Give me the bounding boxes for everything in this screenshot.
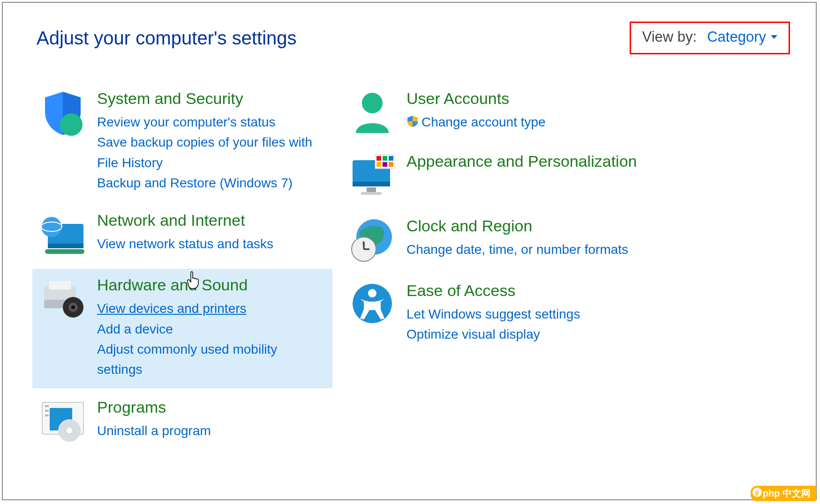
svg-rect-23 — [361, 192, 382, 195]
uac-shield-icon — [406, 113, 419, 133]
svg-point-19 — [362, 93, 383, 113]
category-body: Clock and Region Change date, time, or n… — [398, 216, 790, 263]
link-devices-printers[interactable]: View devices and printers — [97, 298, 325, 319]
svg-rect-22 — [367, 187, 376, 192]
link-suggest-settings[interactable]: Let Windows suggest settings — [406, 304, 790, 324]
right-column: User Accounts Change account type — [332, 82, 797, 454]
watermark-logo-icon: p — [752, 488, 762, 497]
link-network-status[interactable]: View network status and tasks — [97, 234, 325, 254]
category-title[interactable]: Network and Internet — [97, 211, 325, 230]
link-change-account-type[interactable]: Change account type — [406, 112, 790, 133]
link-file-history[interactable]: Save backup copies of your files with Fi… — [97, 132, 325, 173]
category-network-internet[interactable]: Network and Internet View network status… — [32, 204, 332, 266]
header: Adjust your computer's settings View by:… — [3, 3, 816, 64]
monitor-icon — [346, 152, 398, 199]
svg-rect-28 — [376, 162, 381, 167]
viewby-label: View by: — [642, 29, 697, 45]
category-title[interactable]: User Accounts — [406, 89, 790, 108]
category-body: Ease of Access Let Windows suggest setti… — [398, 281, 790, 345]
svg-point-37 — [368, 289, 376, 297]
viewby-value[interactable]: Category — [707, 29, 777, 45]
category-title[interactable]: Appearance and Personalization — [406, 152, 790, 171]
accessibility-icon — [346, 281, 398, 345]
category-user-accounts[interactable]: User Accounts Change account type — [342, 82, 797, 142]
svg-point-18 — [67, 428, 72, 433]
category-programs[interactable]: Programs Uninstall a program — [32, 391, 332, 451]
user-icon — [346, 89, 398, 134]
category-body: Appearance and Personalization — [398, 152, 790, 199]
category-clock-region[interactable]: L Clock and Region Change date, time, or… — [342, 210, 797, 272]
svg-rect-2 — [48, 244, 83, 248]
category-ease-of-access[interactable]: Ease of Access Let Windows suggest setti… — [342, 274, 797, 353]
watermark: p php 中文网 — [751, 486, 816, 501]
link-mobility-settings[interactable]: Adjust commonly used mobility settings — [97, 339, 325, 380]
viewby-dropdown[interactable]: View by: Category — [630, 22, 790, 54]
svg-point-11 — [71, 305, 75, 309]
link-add-device[interactable]: Add a device — [97, 319, 325, 339]
category-title[interactable]: Clock and Region — [406, 216, 790, 236]
svg-rect-29 — [383, 162, 387, 167]
category-title[interactable]: Programs — [97, 398, 325, 417]
viewby-value-text: Category — [707, 29, 766, 45]
svg-rect-30 — [389, 162, 393, 167]
category-body: Network and Internet View network status… — [89, 211, 325, 258]
svg-rect-5 — [45, 249, 84, 254]
category-title[interactable]: System and Security — [97, 89, 325, 108]
category-body: User Accounts Change account type — [398, 89, 790, 134]
page-title: Adjust your computer's settings — [37, 28, 297, 49]
link-date-time-formats[interactable]: Change date, time, or number formats — [406, 239, 790, 259]
programs-icon — [37, 398, 89, 443]
svg-rect-7 — [49, 281, 71, 289]
link-review-status[interactable]: Review your computer's status — [97, 112, 325, 132]
network-icon — [37, 211, 89, 258]
category-appearance[interactable]: Appearance and Personalization — [342, 145, 797, 207]
svg-rect-27 — [389, 156, 393, 161]
link-text: Change account type — [421, 115, 546, 129]
category-body: Programs Uninstall a program — [89, 398, 325, 443]
chevron-down-icon — [771, 35, 777, 39]
category-title[interactable]: Hardware and Sound — [97, 275, 325, 295]
link-backup-restore[interactable]: Backup and Restore (Windows 7) — [97, 173, 325, 193]
link-uninstall-program[interactable]: Uninstall a program — [97, 421, 325, 441]
category-body: Hardware and Sound View devices and prin… — [89, 275, 325, 379]
shield-icon — [37, 89, 89, 193]
category-title[interactable]: Ease of Access — [406, 281, 790, 300]
link-optimize-display[interactable]: Optimize visual display — [406, 324, 790, 344]
svg-rect-26 — [383, 156, 387, 161]
svg-text:L: L — [362, 240, 366, 247]
category-system-security[interactable]: System and Security Review your computer… — [32, 82, 332, 201]
watermark-text: 中文网 — [782, 488, 811, 498]
svg-rect-21 — [353, 182, 390, 186]
svg-rect-25 — [376, 156, 381, 161]
globe-clock-icon: L — [346, 216, 398, 263]
window-frame: Adjust your computer's settings View by:… — [2, 2, 817, 500]
category-hardware-sound[interactable]: Hardware and Sound View devices and prin… — [32, 269, 332, 388]
printer-icon — [37, 275, 89, 379]
categories-container: System and Security Review your computer… — [3, 64, 816, 454]
left-column: System and Security Review your computer… — [32, 82, 332, 454]
svg-point-0 — [60, 113, 83, 136]
category-body: System and Security Review your computer… — [89, 89, 325, 193]
